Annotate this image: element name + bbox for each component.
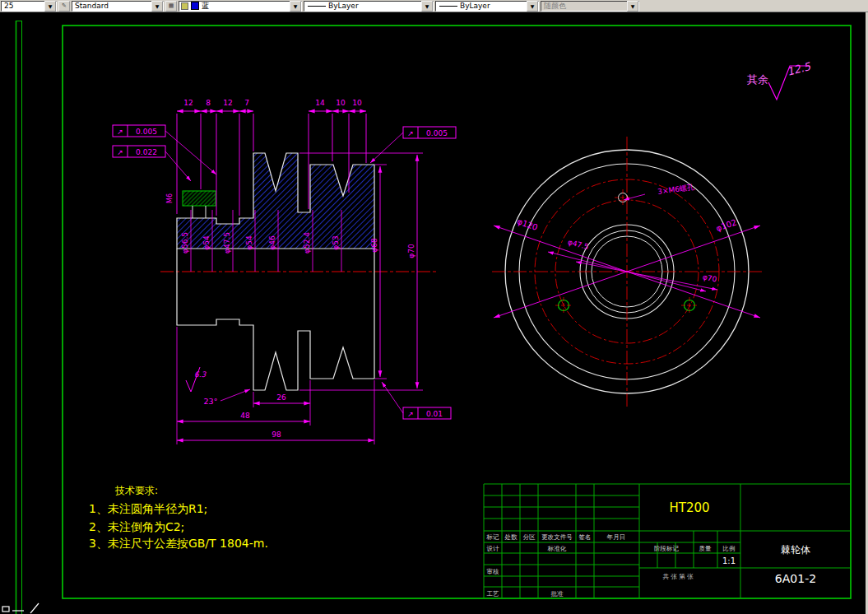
svg-text:10: 10 [352, 99, 362, 107]
toolbar-small-button-1[interactable]: ✎ [58, 1, 70, 12]
toolbar: 25 ▼ ✎ Standard ▼ ▦ 蓝 ▼ ByLayer ▼ ByLaye… [0, 0, 868, 12]
svg-text:0.01: 0.01 [426, 410, 443, 418]
svg-text:φ54: φ54 [245, 235, 253, 250]
svg-text:设计: 设计 [487, 545, 500, 552]
dimstyle-value: 25 [2, 2, 44, 10]
plotstyle-value: 随颜色 [541, 1, 627, 12]
linetype-combo[interactable]: ByLayer ▼ [304, 1, 434, 12]
layer-value: 蓝 [199, 1, 290, 12]
textstyle-combo[interactable]: Standard ▼ [72, 1, 164, 12]
lineweight-sample-icon [439, 6, 457, 7]
toolbar-small-button-2[interactable]: ▦ [165, 1, 177, 12]
key-section [183, 191, 216, 206]
circular-view: φ120 φ102 φ47.5 φ70 3×M6螺孔 [492, 137, 762, 407]
section-view: M6 12 8 12 7 14 10 10 [113, 99, 456, 444]
angle-annotation: 23° [204, 389, 250, 406]
svg-text:48: 48 [240, 412, 250, 420]
svg-text:φ56.5: φ56.5 [181, 232, 189, 254]
general-finish-note: 其余 12.5 [747, 60, 812, 100]
layer-combo[interactable]: 蓝 ▼ [179, 1, 302, 12]
svg-text:7: 7 [244, 99, 249, 107]
svg-text:更改文件号: 更改文件号 [541, 533, 573, 541]
chevron-down-icon[interactable]: ▼ [290, 1, 301, 12]
svg-text:0.022: 0.022 [136, 148, 157, 156]
material-label: HT200 [669, 500, 709, 515]
ucs-icon [2, 603, 39, 613]
scale-value: 1:1 [722, 556, 736, 565]
section-lower-profile [177, 295, 374, 390]
tolerance-frame-2: ↗ 0.022 [113, 146, 191, 181]
svg-text:14: 14 [315, 99, 325, 107]
linetype-value: ByLayer [326, 2, 421, 10]
svg-text:12: 12 [223, 99, 232, 107]
dimstyle-combo[interactable]: 25 ▼ [1, 1, 57, 12]
svg-text:φ47.5: φ47.5 [223, 232, 231, 254]
svg-text:φ53: φ53 [332, 235, 340, 249]
svg-text:↗: ↗ [407, 129, 414, 137]
chevron-down-icon[interactable]: ▼ [44, 1, 56, 12]
layer-color-swatch [191, 2, 199, 10]
svg-text:φ70: φ70 [407, 244, 415, 258]
svg-text:0.005: 0.005 [426, 129, 448, 137]
svg-text:质量: 质量 [699, 545, 713, 552]
svg-text:↗: ↗ [407, 410, 414, 418]
svg-text:23°: 23° [204, 397, 218, 406]
svg-text:98: 98 [272, 430, 281, 439]
svg-text:2、未注倒角为C2;: 2、未注倒角为C2; [89, 520, 184, 533]
svg-text:φ68: φ68 [370, 238, 378, 253]
svg-text:6.3: 6.3 [194, 370, 207, 379]
svg-text:审核: 审核 [487, 568, 500, 575]
chevron-down-icon: ▼ [627, 1, 638, 12]
key-thread-label: M6 [166, 193, 174, 203]
cad-application-window: { "toolbar": { "combo_dim": "25", "combo… [0, 0, 868, 614]
title-block: HT200 棘轮体 6A01-2 标记 处数 分区 更改文件号 签名 年月日 设… [484, 484, 851, 598]
svg-text:处数: 处数 [504, 533, 518, 541]
bolt-hole-right [681, 297, 698, 314]
svg-text:1、未注圆角半径为R1;: 1、未注圆角半径为R1; [89, 502, 207, 515]
svg-text:3、未注尺寸公差按GB/T 1804-m.: 3、未注尺寸公差按GB/T 1804-m. [89, 537, 268, 550]
layer-state-icon [181, 2, 188, 10]
svg-text:工艺: 工艺 [487, 590, 500, 598]
svg-text:12.5: 12.5 [786, 60, 813, 78]
chevron-down-icon[interactable]: ▼ [421, 1, 433, 12]
svg-text:↗: ↗ [117, 128, 123, 136]
surface-finish-6-3: 6.3 [186, 367, 207, 392]
tolerance-frame-4: ↗ 0.01 [382, 382, 451, 419]
svg-text:批准: 批准 [551, 590, 564, 598]
svg-text:φ46: φ46 [268, 235, 276, 250]
bottom-dims: 26 48 98 [177, 327, 374, 444]
lineweight-combo[interactable]: ByLayer ▼ [435, 1, 539, 12]
svg-text:φ54: φ54 [202, 235, 211, 250]
drawing-canvas[interactable]: M6 12 8 12 7 14 10 10 [0, 0, 868, 614]
svg-text:年月日: 年月日 [606, 533, 626, 541]
svg-text:0.005: 0.005 [136, 128, 157, 136]
drawing-number: 6A01-2 [775, 572, 816, 585]
plotstyle-combo: 随颜色 ▼ [541, 1, 639, 12]
top-dim-labels: 12 8 12 7 14 10 10 [183, 99, 362, 107]
svg-text:φ52.4: φ52.4 [303, 232, 311, 254]
svg-text:分区: 分区 [523, 533, 536, 541]
svg-text:共 张 第 张: 共 张 第 张 [662, 573, 694, 580]
svg-text:φ47.5: φ47.5 [567, 238, 590, 251]
technical-requirements: 技术要求: 1、未注圆角半径为R1; 2、未注倒角为C2; 3、未注尺寸公差按G… [89, 485, 268, 550]
svg-text:10: 10 [336, 99, 346, 107]
linetype-sample-icon [308, 6, 326, 7]
part-name: 棘轮体 [781, 544, 810, 556]
svg-text:3×M6螺孔: 3×M6螺孔 [657, 183, 695, 196]
svg-text:比例: 比例 [723, 545, 736, 552]
svg-text:签名: 签名 [579, 533, 592, 541]
chevron-down-icon[interactable]: ▼ [527, 1, 538, 12]
svg-text:26: 26 [276, 393, 286, 402]
svg-text:↗: ↗ [117, 148, 123, 156]
svg-text:8: 8 [206, 99, 211, 107]
svg-text:标记: 标记 [486, 533, 500, 541]
svg-text:技术要求:: 技术要求: [114, 485, 158, 496]
tolerance-frame-3: ↗ 0.005 [370, 127, 456, 163]
bolt-hole-top [615, 189, 631, 206]
bolt-hole-left [555, 297, 572, 314]
textstyle-value: Standard [72, 2, 151, 10]
chevron-down-icon[interactable]: ▼ [151, 1, 163, 12]
svg-text:12: 12 [183, 99, 193, 107]
svg-text:阶段标记: 阶段标记 [654, 545, 680, 552]
svg-text:标准化: 标准化 [547, 545, 567, 552]
